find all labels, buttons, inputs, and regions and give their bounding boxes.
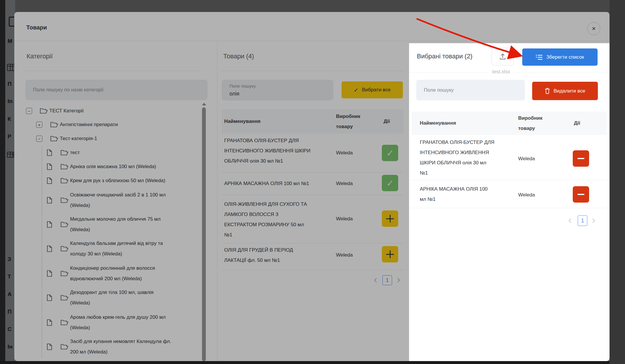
screen: М П Іn К Р З Т А П С Ін Товари ✕ Категор…	[0, 0, 625, 364]
tree-item[interactable]: Дезодорант для тіла 100 мл, шавлія (Wele…	[26, 287, 207, 308]
upload-button[interactable]	[492, 48, 514, 65]
column-separator	[217, 41, 217, 361]
product-manufacturer: Weleda	[336, 150, 353, 156]
products-search[interactable]: Поле пошуку олія	[222, 80, 333, 100]
tree-item[interactable]: − ТЕСТ Категорії	[26, 106, 207, 116]
pagination-next-button[interactable]	[591, 217, 596, 225]
select-all-label: Вибрати все	[362, 87, 391, 93]
tree-item-label: Антигістамінні препарати	[60, 119, 118, 130]
tree-item[interactable]: Календула бальзам дитячий від вітру та х…	[26, 238, 207, 259]
scrollbar-up-arrow[interactable]	[202, 103, 206, 105]
document-icon	[47, 149, 52, 156]
row-divider	[222, 195, 403, 195]
sidebar-item-label: П	[8, 308, 12, 315]
upload-icon	[499, 53, 506, 60]
document-icon	[47, 197, 52, 203]
product-added-button[interactable]: ✓	[382, 175, 398, 191]
product-add-button[interactable]	[382, 210, 398, 227]
pagination-prev-button[interactable]	[373, 277, 378, 285]
scrollbar-thumb[interactable]	[202, 107, 206, 361]
tree-item[interactable]: Арніка олія масажна 100 мл (Weleda)	[26, 161, 207, 172]
row-divider	[222, 243, 403, 243]
folder-icon	[61, 197, 68, 203]
plus-icon	[386, 250, 394, 258]
categories-title: Категорії	[27, 53, 53, 60]
product-add-button[interactable]	[382, 246, 398, 262]
tree-item[interactable]: Крем для рук з обліпихою 50 мл (Weleda)	[26, 175, 207, 186]
minus-icon	[577, 194, 584, 195]
folder-icon	[61, 344, 68, 350]
selected-search-input[interactable]	[416, 80, 525, 100]
sidebar-item-label: М	[8, 38, 12, 45]
tree-item-label: Освіжаюче очищаючий засіб 2 в 1 100 мл (…	[70, 190, 166, 211]
row-divider	[412, 180, 607, 180]
pagination-page-1[interactable]: 1	[578, 215, 587, 226]
row-divider	[412, 208, 607, 208]
document-icon	[47, 344, 52, 350]
document-icon	[47, 245, 52, 252]
divider	[25, 71, 199, 71]
page-number: 1	[386, 277, 389, 283]
remove-product-button[interactable]	[573, 186, 589, 203]
list-icon	[536, 54, 543, 60]
divider	[14, 41, 610, 41]
delete-all-label: Видалити все	[553, 88, 585, 94]
check-icon: ✓	[386, 178, 394, 188]
chevron-left-icon	[373, 277, 378, 284]
tree-item[interactable]: + Антигістамінні препарати	[26, 119, 207, 130]
products-search-label: Поле пошуку	[229, 83, 256, 88]
folder-icon	[61, 150, 68, 156]
document-icon	[47, 177, 52, 184]
save-list-button[interactable]: Зберегти список	[522, 48, 598, 66]
chevron-right-icon	[396, 277, 401, 284]
tree-item[interactable]: − Тест-категорія-1	[26, 133, 207, 144]
select-all-button[interactable]: ✓ Вибрати все	[342, 81, 403, 98]
tree-item[interactable]: Арома любов крем-гель для душу 200 мл (W…	[26, 312, 207, 333]
pagination-page-1[interactable]: 1	[382, 275, 392, 285]
product-name: АРНІКА МАСАЖНА ОЛІЯ 100 мл №1	[224, 178, 315, 189]
folder-icon	[40, 108, 48, 114]
app-left-rail	[0, 0, 5, 364]
divider	[222, 71, 403, 71]
selected-product-manufacturer: Weleda	[518, 156, 535, 162]
document-icon	[47, 163, 52, 170]
folder-icon	[51, 122, 58, 128]
folder-icon	[61, 295, 68, 301]
document-icon	[47, 295, 52, 301]
pagination-next-button[interactable]	[396, 277, 401, 285]
tree-item[interactable]: тест	[26, 147, 207, 158]
selected-title: Вибрані товари (2)	[417, 53, 472, 60]
sidebar-item-label: Ін	[8, 343, 13, 350]
folder-icon	[61, 246, 68, 252]
delete-all-button[interactable]: Видалити все	[532, 82, 598, 100]
row-divider	[222, 270, 403, 270]
tree-item[interactable]: Кондиціонер рослинний для волосся віднов…	[26, 263, 207, 284]
folder-icon	[51, 136, 58, 142]
sidebar-item-label: Т	[8, 273, 11, 280]
chevron-right-icon	[591, 217, 596, 224]
tree-collapse-toggle[interactable]: −	[26, 108, 32, 114]
app-footer-strip	[0, 361, 625, 364]
minus-icon	[577, 158, 584, 159]
tree-expand-toggle[interactable]: +	[36, 122, 42, 128]
tree-collapse-toggle[interactable]: −	[36, 136, 42, 142]
column-header-name: Найменування	[224, 116, 260, 126]
tree-item[interactable]: Засіб для купання немовлят Календула фл.…	[26, 336, 207, 357]
remove-product-button[interactable]	[573, 150, 589, 167]
column-separator	[409, 41, 409, 361]
document-icon	[47, 221, 52, 228]
tree-item[interactable]: Освіжаюче очищаючий засіб 2 в 1 100 мл (…	[26, 190, 207, 211]
tree-item-label: Мигдальне молочко для обличчя 75 мл (Wel…	[70, 214, 161, 235]
sidebar-item-label: З	[8, 256, 11, 263]
close-button[interactable]: ✕	[587, 22, 600, 35]
product-manufacturer: Weleda	[336, 216, 353, 222]
tree-item[interactable]: Мигдальне молочко для обличчя 75 мл (Wel…	[26, 214, 207, 235]
category-search-input[interactable]	[25, 80, 208, 100]
product-name: ГРАНАТОВА ОЛІЯ-БУСТЕР ДЛЯ ІНТЕНСИВНОГО Ж…	[224, 135, 315, 166]
tree-item-label: Кондиціонер рослинний для волосся віднов…	[70, 263, 155, 284]
pagination-prev-button[interactable]	[567, 217, 573, 225]
sidebar-item-label: П	[8, 81, 12, 88]
tree-item-label: Засіб для купання немовлят Календула фл.…	[70, 336, 171, 357]
product-added-button[interactable]: ✓	[382, 145, 398, 161]
folder-icon	[61, 178, 68, 184]
